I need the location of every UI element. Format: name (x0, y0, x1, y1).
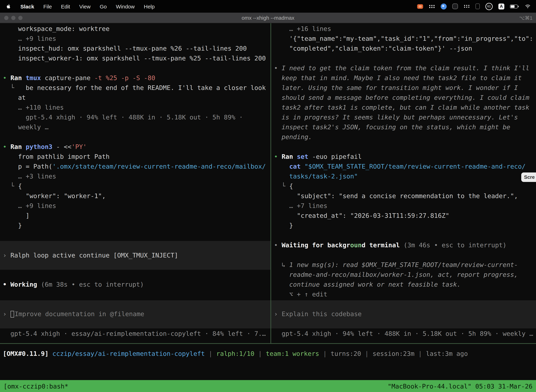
terminal-pane-right[interactable]: … +16 lines '{"team_name":"my-team","tas… (271, 23, 536, 343)
working-status-block: • Working (6m 38s • esc to interrupt) (0, 280, 270, 289)
menu-file[interactable]: File (43, 3, 52, 9)
traffic-lights (4, 16, 23, 20)
zoom-button[interactable] (18, 16, 23, 20)
battery-fill (511, 5, 515, 8)
terminal-line: gpt-5.4 xhigh · essay/ai-reimplementatio… (3, 329, 270, 339)
battery-percent-badge[interactable]: 61 (485, 3, 493, 10)
menubar-status-area: 61 A (417, 3, 531, 10)
active-app-name[interactable]: Slack (20, 3, 34, 9)
terminal-line: └ { (3, 181, 270, 191)
json-output-block: … +16 lines '{"team_name":"my-team","tas… (271, 24, 536, 53)
tmux-session-label: [omx-cczip0:bash* (4, 382, 68, 390)
terminal-line: • Working (6m 38s • esc to interrupt) (3, 280, 270, 289)
terminal-line: continue assigned work or next feasible … (274, 280, 536, 289)
terminal-line: … +7 lines (274, 201, 536, 211)
terminal-line: p = Path('.omx/state/team/review-current… (3, 162, 270, 171)
terminal-line: inspect_worker-1: omx sparkshell --tmux-… (3, 53, 270, 63)
battery-body (510, 5, 518, 8)
tmux-pane-divider[interactable] (270, 23, 271, 343)
dots-grid-icon[interactable] (464, 5, 470, 8)
menu-window[interactable]: Window (116, 3, 135, 9)
terminal-line: "completed","claim_token":"claim-token"}… (274, 44, 536, 53)
injected-prompt-band: › Ralph loop active continue [OMX_TMUX_I… (0, 241, 270, 270)
apple-menu[interactable] (6, 3, 11, 9)
terminal-line: ↳ 1 new msg(s): read $OMX_TEAM_STATE_ROO… (274, 260, 536, 270)
terminal-window: omx --xhigh --madmax ⌥⌘1 workspace_mode:… (0, 13, 536, 392)
composer-band[interactable]: › Improve documentation in @filename (0, 300, 270, 328)
window-titlebar[interactable]: omx --xhigh --madmax ⌥⌘1 (0, 13, 536, 23)
faint-app-icon[interactable] (475, 4, 480, 9)
minimize-button[interactable] (11, 16, 15, 20)
mailbox-message-block: ↳ 1 new msg(s): read $OMX_TEAM_STATE_ROO… (271, 260, 536, 299)
terminal-line: ] (3, 211, 270, 221)
menu-go[interactable]: Go (100, 3, 107, 9)
terminal-line: › Ralph loop active continue [OMX_TMUX_I… (3, 250, 270, 260)
terminal-line: • Ran tmux capture-pane -t %25 -p -S -80 (3, 73, 270, 83)
text-cursor (10, 311, 14, 317)
terminal-line: • I need to get the claim token from the… (274, 63, 536, 73)
terminal-line: from pathlib import Path (3, 152, 270, 162)
terminal-line: └ be necessary for the end of the README… (3, 83, 270, 93)
close-button[interactable] (4, 16, 9, 20)
terminal-line: at (3, 93, 270, 103)
terminal-line: gpt-5.4 xhigh · 94% left · 488K in · 5.1… (274, 329, 536, 339)
menubar-items: FileEditViewGoWindowHelp (43, 3, 155, 9)
menu-bar: Slack FileEditViewGoWindowHelp 61 A (0, 0, 536, 13)
omx-session-status-line: [OMX#0.11.9] cczip/essay/ai-reimplementa… (0, 349, 536, 359)
apple-logo-icon (6, 3, 11, 9)
window-shortcut-badge: ⌥⌘1 (519, 15, 532, 21)
terminal-line: inspect task2's JSON, focusing on the st… (274, 122, 536, 132)
screen: Slack FileEditViewGoWindowHelp 61 A (0, 0, 536, 392)
terminal-line: '{"team_name":"my-team","task_id":"1","f… (274, 34, 536, 44)
terminal-line: … +3 lines (3, 171, 270, 181)
battery-cap (518, 5, 519, 7)
terminal-line: pending. (274, 132, 536, 142)
battery-icon[interactable] (510, 5, 519, 8)
input-source-icon[interactable]: A (498, 3, 504, 9)
terminal-line: ⌥ + ↑ edit (274, 289, 536, 299)
terminal-line: workspace_mode: worktree (3, 24, 270, 34)
window-title: omx --xhigh --madmax (0, 15, 536, 21)
terminal-line: › Improve documentation in @filename (3, 309, 270, 319)
pane-status: gpt-5.4 xhigh · essay/ai-reimplementatio… (0, 329, 270, 339)
terminal-line: └ { (274, 181, 536, 191)
terminal-line: … +110 lines (3, 103, 270, 112)
terminal-line: • Waiting for background terminal (3m 46… (274, 240, 536, 250)
terminal-line: tasks/task-2.json" (274, 171, 536, 181)
terminal-line: gpt-5.4 xhigh · 94% left · 488K in · 5.1… (3, 112, 270, 122)
terminal-line: later. Using the same for transition mig… (274, 83, 536, 93)
dark-app-icon[interactable] (452, 4, 458, 9)
terminal-line: "worker": "worker-1", (3, 191, 270, 201)
config-output-block: workspace_mode: worktree … +9 lines insp… (0, 24, 270, 63)
menu-view[interactable]: View (79, 3, 91, 9)
terminal-line: is in progress? It seems likely but perh… (274, 112, 536, 122)
wifi-icon[interactable] (524, 4, 531, 9)
menu-help[interactable]: Help (144, 3, 155, 9)
terminal-line: › Explain this codebase (274, 309, 536, 319)
ran-python-block: • Ran python3 - <<'PY' from pathlib impo… (0, 142, 270, 230)
terminal-line: readme-and-reco/mailbox/worker-1.json, a… (274, 270, 536, 280)
composer-band[interactable]: › Explain this codebase (271, 300, 536, 328)
blue-app-icon[interactable] (441, 3, 447, 9)
tmux-status-bar: [omx-cczip0:bash* "MacBook-Pro-44.local"… (0, 380, 536, 392)
terminal-line: should send a message before completing … (274, 93, 536, 103)
terminal-line: • Ran set -euo pipefail (274, 152, 536, 162)
pane-status: gpt-5.4 xhigh · 94% left · 488K in · 5.1… (271, 329, 536, 339)
terminal-pane-left[interactable]: workspace_mode: worktree … +9 lines insp… (0, 23, 270, 343)
terminal-line: • Ran python3 - <<'PY' (3, 142, 270, 152)
terminal-line: … +16 lines (274, 24, 536, 34)
tmux-horizontal-divider (0, 343, 536, 344)
ran-cat-block: • Ran set -euo pipefail cat "$OMX_TEAM_S… (271, 152, 536, 230)
screen-widget-clipped[interactable]: Scre (521, 173, 536, 182)
keyboard-grid-icon[interactable] (429, 5, 435, 8)
terminal-line: "subject": "send a concise recommendatio… (274, 191, 536, 201)
menu-edit[interactable]: Edit (61, 3, 70, 9)
waiting-status-block: • Waiting for background terminal (3m 46… (271, 240, 536, 250)
terminal-line: … +9 lines (3, 201, 270, 211)
terminal-line: weekly … (3, 122, 270, 132)
tmux-host-clock-label: "MacBook-Pro-44.local" 05:03 31-Mar-26 (388, 382, 532, 390)
terminal-line: inspect_hud: omx sparkshell --tmux-pane … (3, 44, 270, 53)
terminal-line: } (274, 221, 536, 230)
terminal-line: "created_at": "2026-03-31T11:59:27.816Z" (274, 211, 536, 221)
recording-indicator-icon[interactable] (417, 4, 423, 9)
